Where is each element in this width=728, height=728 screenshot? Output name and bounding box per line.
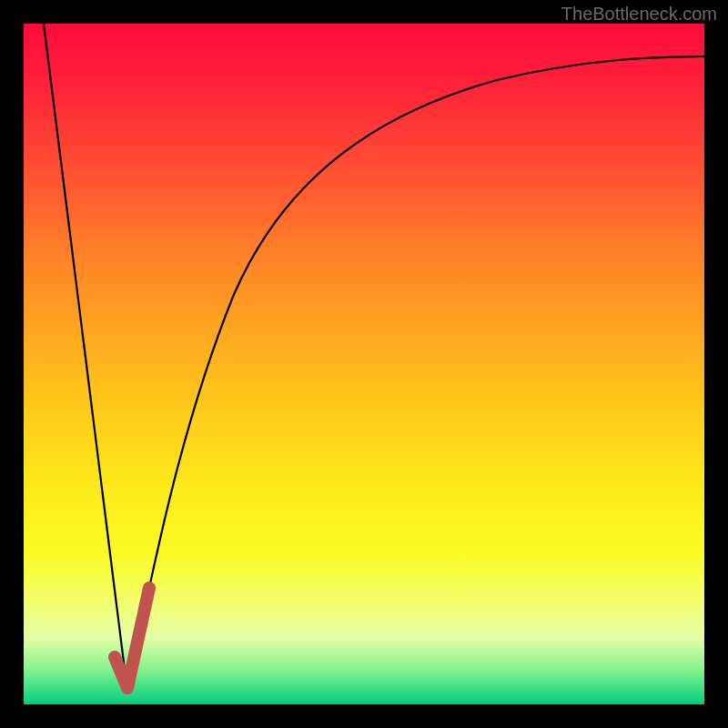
series-left-line: [44, 24, 127, 692]
chart-svg: [24, 24, 704, 704]
watermark-text: TheBottleneck.com: [561, 4, 717, 25]
series-right-curve: [127, 56, 704, 692]
chart-plot-area: [24, 24, 704, 704]
